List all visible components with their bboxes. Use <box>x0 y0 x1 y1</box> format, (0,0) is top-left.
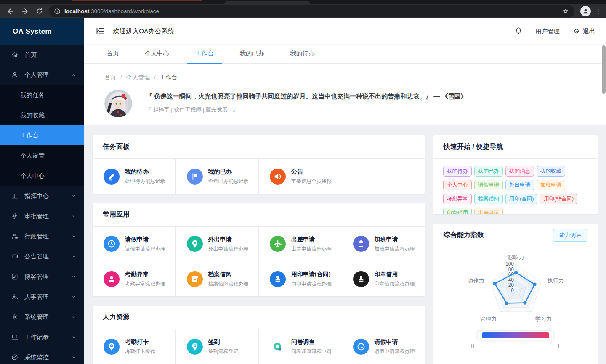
sidebar-item[interactable]: 指挥中心 <box>0 186 84 206</box>
tab-0[interactable]: 首页 <box>96 44 130 63</box>
active-browser-tab[interactable] <box>224 1 310 4</box>
bookmark-star-icon[interactable] <box>562 8 569 15</box>
sidebar-item[interactable]: 博客管理 <box>0 266 84 287</box>
app-shortcut[interactable]: 签到签到流程登记 <box>176 329 259 364</box>
app-shortcut[interactable]: 公告重要信息全员播报 <box>259 159 342 194</box>
sidebar-subitem[interactable]: 我的收藏 <box>0 105 84 125</box>
hr-card: 人力资源 考勤打卡考勤打卡操作签到签到流程登记问卷调查问卷调查流程申请请假申请请… <box>93 306 425 364</box>
tab-4[interactable]: 我的待办 <box>279 44 326 63</box>
chevron-down-icon <box>71 234 77 239</box>
quick-nav-tag[interactable]: 个人中心 <box>443 180 472 190</box>
tab-1[interactable]: 个人中心 <box>134 44 180 63</box>
app-desc: 档案借阅流程办理 <box>208 280 249 288</box>
app-shortcut[interactable]: 我的已办查看已办消息记录 <box>176 159 259 194</box>
app-shortcut[interactable]: 请假申请请假申请流程办理 <box>342 329 425 364</box>
browser-chrome: localhost:3000/dashboard/workplace ⋮ <box>0 0 606 18</box>
breadcrumb-item[interactable]: 首页 <box>104 74 116 82</box>
sidebar-item[interactable]: 系统管理 <box>0 307 84 327</box>
refresh-icon[interactable] <box>34 6 45 17</box>
logout-button[interactable]: 退出 <box>572 27 595 35</box>
breadcrumb-item[interactable]: 个人管理 <box>126 74 150 82</box>
app-desc: 考勤打卡操作 <box>125 348 155 355</box>
person-icon <box>104 271 120 287</box>
sidebar-item[interactable]: 系统监控 <box>0 347 84 364</box>
quick-nav-tag[interactable]: 我的收藏 <box>537 166 565 177</box>
right-column: 快速开始 / 便捷导航 我的待办我的已办我的消息我的收藏个人中心请假申请外出申请… <box>433 135 598 364</box>
forward-icon[interactable] <box>19 6 30 17</box>
logout-label: 退出 <box>583 27 595 35</box>
sidebar-subitem[interactable]: 工作台 <box>0 125 84 145</box>
app-shortcut[interactable]: 档案借阅档案借阅流程办理 <box>176 261 259 296</box>
task-panel-grid: 我的待办处理待办消息记录我的已办查看已办消息记录公告重要信息全员播报 <box>93 159 425 194</box>
ability-test-button[interactable]: 能力测评 <box>553 229 587 242</box>
chart-icon <box>11 192 19 200</box>
app-title: 外出申请 <box>208 236 232 243</box>
sidebar-subitem[interactable]: 个人设置 <box>0 145 84 166</box>
app-desc: 出差申请流程办理 <box>291 245 332 253</box>
hr-title: 人力资源 <box>93 306 425 329</box>
sidebar-subitem[interactable]: 个人中心 <box>0 166 84 186</box>
ability-card: 综合能力指数 能力测评 100806040200影响力执行力学习力管理力协作力 … <box>433 224 598 364</box>
tab-2[interactable]: 工作台 <box>184 44 225 63</box>
quick-nav-tag[interactable]: 我的待办 <box>443 166 472 177</box>
back-icon[interactable] <box>5 6 16 17</box>
info-icon[interactable] <box>54 8 61 15</box>
browser-menu-icon[interactable]: ⋮ <box>595 9 601 13</box>
sidebar-item[interactable]: 行政管理 <box>0 226 84 246</box>
quick-nav-tag[interactable]: 档案借阅 <box>474 194 503 204</box>
header-actions: 用户管理 退出 <box>514 26 595 36</box>
flag-icon <box>187 169 203 185</box>
quick-nav-tag[interactable]: 请假申请 <box>474 180 503 190</box>
task-panel-title: 任务面板 <box>93 135 425 159</box>
quick-nav-tag[interactable]: 我的已办 <box>474 166 503 177</box>
quick-nav-tag[interactable]: 外出申请 <box>505 180 534 190</box>
app-shortcut[interactable]: 考勤异常考勤异常流程办理 <box>93 261 176 296</box>
gear-icon <box>11 313 19 321</box>
app-shortcut[interactable]: 外出申请外出申请流程办理 <box>176 227 259 261</box>
app-shortcut[interactable]: 出差申请出差申请流程办理 <box>259 227 342 261</box>
quick-nav-tag[interactable]: 印章借用 <box>443 208 472 214</box>
quick-nav-tag[interactable]: 加班申请 <box>537 180 565 190</box>
app-shortcut[interactable]: 加班申请加班申请流程办理 <box>342 227 425 261</box>
user-avatar[interactable] <box>104 90 132 117</box>
monitor-icon <box>11 353 19 361</box>
empty-cell <box>342 159 425 194</box>
quick-nav-tag[interactable]: 考勤异常 <box>443 194 472 204</box>
sidebar-item[interactable]: 审批管理 <box>0 206 84 226</box>
lightning-icon <box>11 212 19 220</box>
browser-profile-avatar[interactable] <box>580 6 591 16</box>
quick-nav-tag[interactable]: 用印(合同) <box>505 194 537 204</box>
ability-title: 综合能力指数 <box>444 231 484 240</box>
quick-nav-tag[interactable]: 我的消息 <box>505 166 534 177</box>
svg-text:管理力: 管理力 <box>480 316 497 322</box>
app-title: 出差申请 <box>291 236 315 243</box>
app-desc: 请假申请流程办理 <box>375 348 415 355</box>
app-shortcut[interactable]: 印章借用印章借用流程办理 <box>342 261 425 296</box>
chevron-down-icon <box>71 254 77 259</box>
bell-icon[interactable] <box>514 26 523 36</box>
app-shortcut[interactable]: 考勤打卡考勤打卡操作 <box>93 329 176 364</box>
quick-nav-tag[interactable]: 出差申请 <box>474 208 503 214</box>
page-scrollbar[interactable] <box>602 45 606 94</box>
sidebar-item[interactable]: 首页 <box>0 45 84 65</box>
sidebar-subitem[interactable]: 我的任务 <box>0 85 84 105</box>
tab-3[interactable]: 我的已办 <box>229 44 275 63</box>
url-bar[interactable]: localhost:3000/dashboard/workplace <box>49 5 574 17</box>
visualmap-track[interactable] <box>478 331 553 340</box>
app-desc: 签到流程登记 <box>208 348 239 355</box>
visualmap-max: 1 <box>557 343 560 349</box>
app-shortcut[interactable]: 我的待办处理待办消息记录 <box>93 159 176 194</box>
app-shortcut[interactable]: 用印申请(合同)用印申请流程办理 <box>259 261 342 296</box>
app-shortcut[interactable]: 请假申请请假申请流程办理 <box>93 227 176 261</box>
app-desc: 请假申请流程办理 <box>125 245 165 253</box>
daily-quote: 『 仿佛这一瞬间，火光也照亮了他同驹子共同度过的岁月。这当中也充满一种说不出的苦… <box>146 92 467 100</box>
app-title: 加班申请 <box>375 236 398 243</box>
menu-fold-icon[interactable] <box>95 26 105 36</box>
user-management-link[interactable]: 用户管理 <box>535 27 560 35</box>
quick-nav-tag[interactable]: 用印(非合同) <box>540 194 577 204</box>
sidebar-item[interactable]: 人事管理 <box>0 287 84 307</box>
sidebar-item[interactable]: 个人管理 <box>0 65 84 85</box>
app-shortcut[interactable]: 问卷调查问卷调查流程申请 <box>259 329 342 364</box>
sidebar-item[interactable]: 工作记录 <box>0 327 84 347</box>
sidebar-item[interactable]: 公告管理 <box>0 246 84 266</box>
